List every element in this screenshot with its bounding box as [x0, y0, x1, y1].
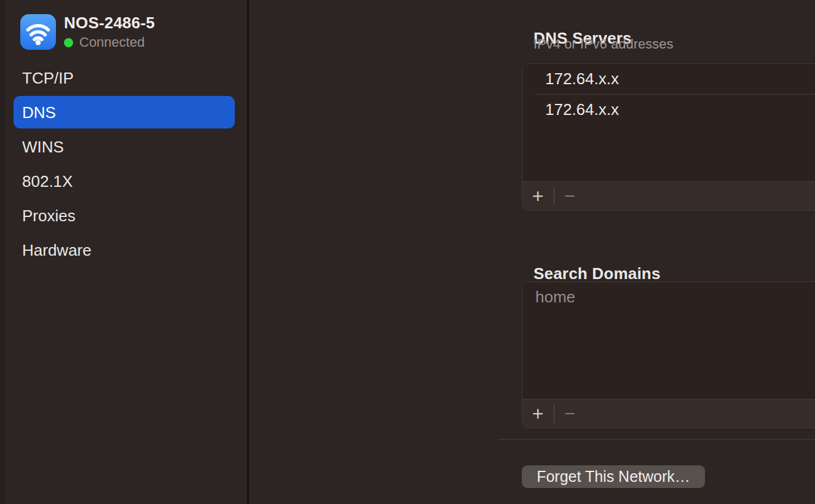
- remove-dns-server-button[interactable]: −: [561, 187, 579, 205]
- search-domain-value: home: [535, 288, 575, 307]
- dns-settings-pane: DNS Servers IPv4 or IPv6 addresses 172.6…: [249, 0, 815, 504]
- sidebar-item-dns[interactable]: DNS: [0, 95, 247, 130]
- sidebar-item-wins[interactable]: WINS: [0, 130, 247, 164]
- network-name: NOS-2486-5: [64, 14, 155, 32]
- search-domain-row[interactable]: home: [522, 282, 815, 312]
- network-status: Connected: [64, 34, 155, 50]
- dns-server-value: 172.64.x.x: [545, 69, 619, 89]
- wifi-icon: [20, 14, 56, 50]
- sidebar-item-label: Proxies: [22, 207, 76, 226]
- sidebar-item-label: DNS: [22, 103, 56, 122]
- sidebar-item-hardware[interactable]: Hardware: [0, 233, 247, 267]
- dns-servers-listbox: 172.64.x.x 172.64.x.x + −: [522, 63, 815, 211]
- dns-servers-subtitle: IPv4 or IPv6 addresses: [533, 36, 673, 52]
- dns-server-value: 172.64.x.x: [545, 100, 619, 119]
- search-domains-listbox: home + −: [522, 282, 815, 428]
- add-dns-server-button[interactable]: +: [529, 186, 547, 206]
- remove-search-domain-button[interactable]: −: [561, 404, 579, 423]
- sidebar: NOS-2486-5 Connected TCP/IP DNS WINS 802…: [0, 0, 247, 504]
- connected-status-label: Connected: [79, 34, 144, 50]
- sidebar-item-label: 802.1X: [22, 172, 73, 191]
- sidebar-item-8021x[interactable]: 802.1X: [0, 164, 247, 199]
- window-left-edge: [0, 0, 4, 504]
- search-domains-toolbar: + −: [522, 399, 815, 428]
- toolbar-separator: [554, 404, 554, 423]
- sidebar-item-tcpip[interactable]: TCP/IP: [0, 61, 247, 95]
- sidebar-item-label: TCP/IP: [22, 69, 74, 88]
- sidebar-nav: TCP/IP DNS WINS 802.1X Proxies Hardware: [0, 61, 247, 267]
- toolbar-separator: [554, 187, 554, 205]
- network-meta: NOS-2486-5 Connected: [64, 14, 155, 50]
- sidebar-item-label: WINS: [22, 138, 64, 157]
- dns-server-row[interactable]: 172.64.x.x: [522, 95, 815, 125]
- forget-network-button[interactable]: Forget This Network…: [522, 465, 705, 488]
- connected-status-dot: [64, 38, 73, 47]
- footer-separator: [498, 439, 815, 440]
- dns-server-row[interactable]: 172.64.x.x: [522, 64, 815, 94]
- add-search-domain-button[interactable]: +: [529, 404, 547, 423]
- sidebar-item-label: Hardware: [22, 241, 92, 260]
- dns-servers-toolbar: + −: [522, 181, 815, 210]
- search-domains-title: Search Domains: [533, 264, 661, 283]
- network-header: NOS-2486-5 Connected: [20, 14, 155, 50]
- sidebar-item-proxies[interactable]: Proxies: [0, 199, 247, 233]
- network-details-dialog: NOS-2486-5 Connected TCP/IP DNS WINS 802…: [0, 0, 815, 504]
